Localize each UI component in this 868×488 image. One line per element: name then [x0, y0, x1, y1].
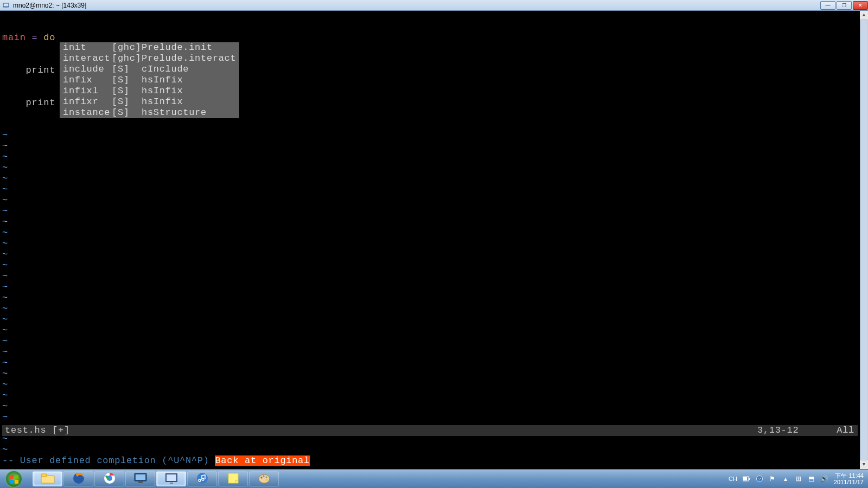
- svg-rect-5: [41, 474, 47, 477]
- terminal[interactable]: main = do print "hello world" print in ~…: [2, 11, 866, 469]
- svg-point-18: [260, 477, 262, 478]
- putty-icon: [164, 472, 178, 486]
- taskbar-item-itunes[interactable]: [187, 471, 217, 486]
- completion-item-source: [S]: [112, 97, 142, 107]
- completion-item[interactable]: infixl[S]hsInfix: [63, 86, 236, 97]
- tray-overflow-icon[interactable]: ▴: [782, 475, 789, 483]
- battery-icon[interactable]: [743, 475, 750, 483]
- explorer-icon: [41, 472, 55, 486]
- svg-rect-11: [138, 481, 143, 483]
- window-title: mno2@mno2: ~ [143x39]: [13, 2, 86, 9]
- svg-rect-23: [749, 478, 750, 480]
- scroll-down-arrow[interactable]: ▼: [860, 460, 868, 469]
- paint-icon: [258, 472, 271, 486]
- itunes-icon: [196, 472, 209, 486]
- empty-line-marker: ~: [2, 304, 866, 314]
- completion-item[interactable]: init[ghc]Prelude.init: [63, 42, 236, 53]
- taskbar-clock[interactable]: 下午 11:44 2011/11/17: [834, 472, 864, 485]
- empty-line-marker: ~: [2, 141, 866, 152]
- maximize-button[interactable]: ❐: [837, 1, 852, 10]
- empty-line-marker: ~: [2, 401, 866, 412]
- svg-point-19: [263, 475, 264, 477]
- svg-point-20: [265, 476, 267, 478]
- taskbar-item-stickynotes[interactable]: [218, 471, 248, 486]
- completion-item-desc: hsStructure: [142, 107, 207, 118]
- completion-item-source: [ghc]: [112, 53, 142, 64]
- svg-rect-1: [4, 3, 9, 6]
- taskbar-item-explorer[interactable]: [33, 471, 62, 486]
- completion-item-desc: Prelude.init: [142, 42, 213, 53]
- empty-line-marker: ~: [2, 445, 866, 455]
- completion-item[interactable]: instance[S]hsStructure: [63, 107, 236, 118]
- status-position: 3,13-12: [757, 425, 799, 436]
- empty-line-marker: ~: [2, 336, 866, 347]
- completion-item-desc: hsInfix: [142, 86, 183, 97]
- taskbar-item-putty[interactable]: [156, 471, 186, 486]
- completion-item-name: infixr: [63, 97, 112, 107]
- completion-item-desc: Prelude.interact: [142, 53, 236, 64]
- scroll-up-arrow[interactable]: ▲: [860, 11, 868, 20]
- completion-item-name: interact: [63, 53, 112, 64]
- completion-item-name: include: [63, 64, 112, 75]
- completion-popup[interactable]: init[ghc]Prelude.initinteract[ghc]Prelud…: [60, 42, 239, 118]
- empty-line-marker: ~: [2, 174, 866, 184]
- vim-message-line: -- User defined completion (^U^N^P) Back…: [2, 455, 866, 466]
- svg-rect-16: [228, 473, 238, 483]
- empty-line-marker: ~: [2, 380, 866, 390]
- completion-item-source: [S]: [112, 75, 142, 86]
- status-view: All: [837, 425, 854, 436]
- empty-line-marker: ~: [2, 347, 866, 358]
- firefox-icon: [72, 472, 85, 486]
- completion-item-name: init: [63, 42, 112, 53]
- action-center-icon[interactable]: ⚑: [769, 475, 776, 483]
- empty-line-marker: ~: [2, 184, 866, 195]
- empty-line-marker: ~: [2, 217, 866, 228]
- taskbar-item-paint[interactable]: [249, 471, 279, 486]
- empty-line-marker: ~: [2, 282, 866, 293]
- empty-line-marker: ~: [2, 249, 866, 260]
- taskbar-item-firefox[interactable]: [63, 471, 93, 486]
- completion-item[interactable]: infixr[S]hsInfix: [63, 97, 236, 107]
- vim-status-line: test.hs [+] 3,13-12 All: [2, 425, 858, 436]
- completion-item[interactable]: interact[ghc]Prelude.interact: [63, 53, 236, 64]
- svg-rect-10: [136, 474, 145, 480]
- start-button[interactable]: [5, 471, 22, 487]
- completion-item-desc: cInclude: [142, 64, 189, 75]
- empty-line-marker: ~: [2, 390, 866, 401]
- empty-line-marker: ~: [2, 130, 866, 141]
- mycomputer-icon: [133, 472, 148, 486]
- empty-line-marker: ~: [2, 239, 866, 249]
- completion-item-name: infix: [63, 75, 112, 86]
- putty-icon: [2, 2, 10, 9]
- empty-line-marker: ~: [2, 163, 866, 174]
- window-titlebar: mno2@mno2: ~ [143x39] — ❐ ✕: [0, 0, 868, 11]
- close-button[interactable]: ✕: [853, 1, 868, 10]
- taskbar-item-chrome[interactable]: [94, 471, 124, 486]
- windows-taskbar[interactable]: CH ? ⚑ ▴ ⊞ ⬒ 🔊 下午 11:44 2011/11/17: [0, 469, 868, 488]
- completion-item-desc: hsInfix: [142, 97, 183, 107]
- empty-line-marker: ~: [2, 325, 866, 336]
- completion-item-name: infixl: [63, 86, 112, 97]
- empty-line-marker: ~: [2, 369, 866, 380]
- volume-icon[interactable]: 🔊: [821, 475, 828, 483]
- update-icon[interactable]: ⬒: [808, 475, 815, 483]
- completion-item-source: [S]: [112, 64, 142, 75]
- scrollbar-thumb[interactable]: [860, 20, 867, 460]
- system-tray[interactable]: CH ? ⚑ ▴ ⊞ ⬒ 🔊 下午 11:44 2011/11/17: [729, 470, 868, 488]
- empty-line-marker: ~: [2, 314, 866, 325]
- completion-item[interactable]: include[S]cInclude: [63, 64, 236, 75]
- language-indicator[interactable]: CH: [729, 476, 737, 482]
- svg-point-21: [266, 479, 267, 480]
- empty-line-marker: ~: [2, 152, 866, 163]
- completion-item[interactable]: infix[S]hsInfix: [63, 75, 236, 86]
- vertical-scrollbar[interactable]: ▲ ▼: [860, 11, 868, 469]
- empty-line-marker: ~: [2, 358, 866, 369]
- network-icon[interactable]: ⊞: [795, 475, 802, 483]
- taskbar-item-mycomputer[interactable]: [125, 471, 155, 486]
- completion-item-source: [S]: [112, 107, 142, 118]
- help-icon[interactable]: ?: [756, 475, 763, 483]
- svg-rect-13: [167, 474, 176, 481]
- minimize-button[interactable]: —: [820, 1, 835, 10]
- empty-line-marker: ~: [2, 260, 866, 271]
- stickynotes-icon: [227, 472, 239, 486]
